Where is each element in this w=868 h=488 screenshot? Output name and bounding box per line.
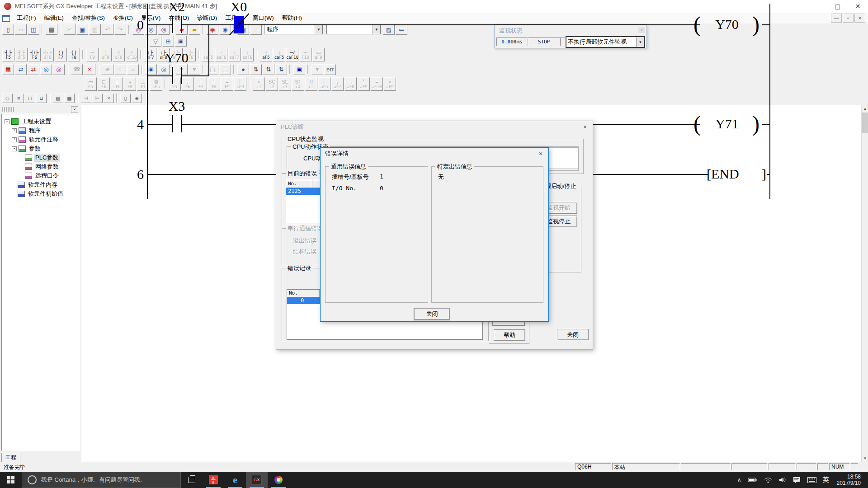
tree-item-3[interactable]: -参数	[2, 144, 80, 153]
tree-item-4[interactable]: PLC参数	[2, 153, 80, 162]
contact-bar	[172, 67, 173, 84]
end-instruction[interactable]: [END	[707, 167, 743, 181]
tree-label: PLC参数	[34, 154, 60, 162]
common-error-legend: 通用错误信息	[329, 163, 368, 171]
monitor-status-window: 监视状态 x 0.000ms STOP 不执行局部软元件监视 ▼	[494, 25, 647, 48]
program-icon	[19, 127, 26, 134]
action-center-icon[interactable]	[790, 477, 804, 483]
slot-number-value: 1	[380, 173, 383, 180]
scroll-down-icon[interactable]: ▼	[862, 455, 868, 462]
tree-item-0[interactable]: -工程未设置	[2, 117, 80, 126]
tree-item-2[interactable]: +软元件注释	[2, 135, 80, 144]
taskbar-app-paint[interactable]	[268, 472, 289, 488]
current-error-legend: 目前的错误	[286, 169, 319, 178]
coil-paren-right: )	[752, 13, 760, 36]
ladder-right-rail	[769, 4, 770, 199]
wifi-icon[interactable]	[761, 477, 775, 483]
tree-expand-icon[interactable]: -	[5, 119, 9, 124]
start-button[interactable]	[0, 472, 22, 488]
tree-item-7[interactable]: 软元件内存	[2, 180, 80, 189]
panel-close-icon[interactable]: ×	[71, 106, 78, 113]
tree-item-6[interactable]: 远程口令	[2, 171, 80, 180]
project-icon	[11, 118, 19, 125]
statusbar-pane-2	[681, 463, 731, 470]
help-button[interactable]: 帮助	[494, 329, 525, 341]
plc-close-button[interactable]: 关闭	[557, 329, 589, 340]
taskbar-app-edge[interactable]: e	[224, 472, 246, 488]
ladder-wire	[182, 75, 208, 76]
contact-label-x0[interactable]: X0	[225, 0, 252, 14]
plc-dialog-title: PLC诊断	[281, 123, 304, 131]
contact-label-x3[interactable]: X3	[163, 99, 190, 113]
status-message: 准备完毕	[4, 464, 25, 471]
task-view-button[interactable]	[181, 472, 203, 488]
chevron-down-icon[interactable]: ▼	[636, 37, 644, 47]
local-device-monitor-select[interactable]: 不执行局部软元件监视 ▼	[566, 36, 645, 48]
devmem-icon	[18, 182, 25, 188]
framing-error-label: 结构错误	[293, 248, 316, 256]
tree-expand-icon[interactable]: +	[12, 128, 17, 133]
statusbar-pane-8	[851, 463, 858, 470]
io-number-value: 0	[380, 185, 383, 192]
statusbar-pane-0: Q06H	[575, 463, 611, 470]
tree-label: 软元件内存	[27, 181, 59, 189]
ime-indicator[interactable]: 英	[820, 476, 832, 484]
monitor-status-title: 监视状态	[499, 27, 523, 35]
tree-label: 工程未设置	[20, 117, 52, 126]
panel-tab-bar: 工程	[1, 452, 80, 462]
clock[interactable]: 18:58 2017/9/10	[832, 474, 865, 486]
monitor-close-icon[interactable]: x	[638, 27, 645, 33]
tree-label: 程序	[28, 127, 42, 135]
param-icon	[19, 145, 26, 152]
touch-keyboard-icon[interactable]	[804, 477, 820, 483]
rung-number: 0	[124, 17, 144, 33]
contact-label-y70[interactable]: Y70	[159, 51, 195, 65]
statusbar: 准备完毕 Q06H本站NUM	[0, 462, 868, 472]
search-placeholder: 我是 Cortana，小娜。有问题尽管问我。	[41, 476, 146, 484]
statusbar-pane-6	[817, 463, 828, 470]
speaker-icon[interactable]	[775, 477, 790, 483]
close-icon[interactable]: ×	[581, 123, 589, 131]
windows-logo-icon	[7, 476, 14, 483]
ladder-wire	[762, 24, 770, 25]
taskbar-app-melsoft[interactable]: ╬	[203, 472, 224, 488]
slot-number-label: 插槽号/基板号	[332, 173, 369, 181]
coil-paren-right: )	[752, 112, 760, 136]
error-log-legend: 错误记录	[286, 264, 313, 272]
common-error-group: 通用错误信息 插槽号/基板号 1 I/O No. 0	[325, 166, 428, 303]
project-panel-header: ×	[1, 106, 80, 113]
tree-label: 远程口令	[34, 172, 60, 180]
taskbar-app-gx-developer[interactable]: GX	[246, 472, 268, 488]
task-view-icon	[188, 477, 195, 483]
scrollbar-thumb[interactable]	[862, 113, 868, 133]
tree-item-1[interactable]: +程序	[2, 126, 80, 135]
error-close-button[interactable]: 关闭	[414, 308, 450, 320]
tree-expand-icon[interactable]: -	[12, 146, 17, 151]
coil-label-y71[interactable]: Y71	[704, 117, 750, 131]
contact-bar	[181, 16, 182, 33]
error-dialog-titlebar: 错误详情 ×	[321, 148, 548, 160]
edge-icon: e	[233, 474, 237, 486]
contact-label-x2[interactable]: X2	[163, 0, 190, 14]
coil-label-y70[interactable]: Y70	[704, 17, 750, 32]
overflow-error-label: 溢出错误	[293, 237, 316, 245]
error-dialog-title: 错误详情	[325, 150, 349, 158]
tree-item-5[interactable]: 网络参数	[2, 162, 80, 171]
cortana-search-box[interactable]: 我是 Cortana，小娜。有问题尽管问我。	[22, 472, 181, 488]
scroll-up-icon[interactable]: ▲	[862, 105, 868, 112]
password-icon	[25, 173, 32, 179]
project-panel: × -工程未设置+程序+软元件注释-参数PLC参数网络参数远程口令软元件内存软元…	[0, 105, 81, 462]
panel-grip-handle[interactable]	[2, 107, 14, 112]
coil-paren-left: (	[693, 112, 701, 136]
specific-error-group: 特定出错信息 无	[431, 166, 543, 303]
tray-chevron-icon[interactable]: ∧	[734, 477, 745, 483]
statusbar-pane-1: 本站	[612, 463, 680, 470]
close-icon[interactable]: ×	[537, 150, 545, 157]
project-tree: -工程未设置+程序+软元件注释-参数PLC参数网络参数远程口令软元件内存软元件初…	[1, 114, 80, 451]
battery-icon[interactable]	[745, 477, 761, 483]
ladder-left-rail	[147, 4, 148, 199]
tree-item-8[interactable]: 软元件初始值	[2, 189, 80, 198]
vertical-scrollbar[interactable]: ▲ ▼	[861, 105, 868, 462]
tree-expand-icon[interactable]: +	[12, 137, 17, 142]
tab-project[interactable]: 工程	[1, 453, 20, 462]
